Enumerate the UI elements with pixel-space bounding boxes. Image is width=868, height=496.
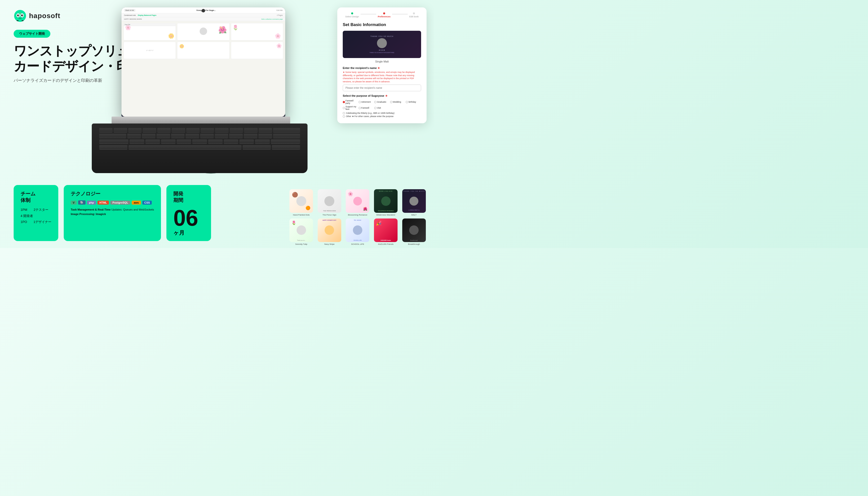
purpose-label-retirement: retirement xyxy=(361,101,371,103)
svg-point-0 xyxy=(14,10,26,22)
purpose-label-visit: Visit xyxy=(377,107,381,109)
gallery-card-name-1: Hand Painted Dots xyxy=(293,214,310,216)
screen-page-inner-3: 🌷 🌸 xyxy=(231,23,283,40)
team-card-title: チーム体制 xyxy=(20,190,51,203)
flower-deco-3: 🌺 xyxy=(218,26,227,34)
gallery-item-school[interactable]: TO ##### SCHOOL LIFE SCHOOL LIFE xyxy=(344,218,371,246)
key xyxy=(186,128,200,133)
purpose-birthday[interactable]: birthday xyxy=(406,99,421,104)
card-text-school2: SCHOOL LIFE xyxy=(346,239,369,241)
key xyxy=(273,134,300,138)
gallery-grid: 🟤 🟠 Hand Painted Dots THE PERUN SIGN The… xyxy=(288,189,427,246)
card-deco-dots2: 🟠 xyxy=(306,206,310,210)
tech-note-strong-2: Image Processing: Imagick xyxy=(71,213,106,216)
gallery-item-breakthrough[interactable]: Breakthrough Breakthrough xyxy=(401,218,427,246)
category-badge: ウェブサイト開発 xyxy=(14,30,50,38)
purpose-elderly[interactable]: Celebrating the Elderly (e.g., 88th or 1… xyxy=(343,112,421,114)
preview-avatar xyxy=(377,38,387,48)
gallery-item-navy[interactable]: HAPPY FATHER'S DAY! Navy Stripe xyxy=(316,218,343,246)
step-label-3: Edit book xyxy=(409,15,419,18)
screen-back-btn[interactable]: Back to list xyxy=(124,9,135,12)
screen-subtitle-bar: HAPPY WEDDING MARIN Add a collective com… xyxy=(122,17,285,21)
card-deco-blossom: 🌸 xyxy=(348,191,353,197)
purpose-label-support: Support my fave xyxy=(345,105,358,110)
key xyxy=(171,134,185,138)
key xyxy=(176,139,191,144)
gallery-area: 🟤 🟠 Hand Painted Dots THE PERUN SIGN The… xyxy=(288,189,427,246)
laptop-base xyxy=(112,117,290,124)
radio-dot-wedding xyxy=(390,101,392,103)
keyboard-keys xyxy=(92,124,308,154)
screen-page-text-4: メッセージ xyxy=(146,49,154,51)
purpose-radio-grid: Farewell party retirement Graduatio Wedd… xyxy=(343,99,421,110)
card-text-school1: TO ##### xyxy=(346,219,369,221)
period-card: 開発期間 06 ヶ月 xyxy=(166,185,211,241)
screen-avatar xyxy=(200,28,207,35)
card-avatar-5 xyxy=(409,197,418,206)
gallery-item-malt[interactable]: THANK YOU SO MUCH ★ SINGLE MALT ★ MALT xyxy=(401,189,427,216)
purpose-farewell2[interactable]: Farewell xyxy=(359,105,374,110)
card-avatar-1 xyxy=(296,196,306,206)
purpose-farewell-party[interactable]: Farewell party xyxy=(343,99,358,104)
flower-deco-6: 🌼 xyxy=(179,44,184,49)
html-badge: HTML xyxy=(97,201,109,205)
gallery-item-hand-dots[interactable]: 🟤 🟠 Hand Painted Dots xyxy=(288,189,314,216)
purpose-other[interactable]: Other ★ For other cases, please enter th… xyxy=(343,115,421,118)
key xyxy=(145,139,160,144)
key xyxy=(161,139,175,144)
card-text-wild2: WILDERNESS WANDERER xyxy=(374,210,398,212)
laptop-screen-inner: Back to list Yosegaki For Sugo... Edit t… xyxy=(122,7,285,117)
purpose-retirement[interactable]: retirement xyxy=(359,99,374,104)
recipient-name-input[interactable] xyxy=(343,84,421,91)
key xyxy=(244,134,258,138)
gallery-card-name-2: The Perun Sign xyxy=(323,214,337,216)
card-text-serenity: Thank you so... xyxy=(290,239,313,241)
screen-page-inner-4: メッセージ xyxy=(124,42,175,59)
gallery-card-hand-dots: 🟤 🟠 xyxy=(290,189,313,213)
tech-card: テクノロジー V 🐘 php HTML PostgreSQL aws CSS T… xyxy=(64,185,161,241)
card-avatar-2 xyxy=(324,196,334,206)
tech-icons: V 🐘 php HTML PostgreSQL aws CSS xyxy=(71,200,154,205)
key xyxy=(156,134,170,138)
key xyxy=(99,134,126,138)
purpose-support[interactable]: Support my fave xyxy=(343,105,358,110)
key xyxy=(215,128,228,133)
step-dot-1 xyxy=(351,12,353,14)
screen-page-title-1: Page Title xyxy=(124,23,175,26)
info-cards-row: チーム体制 1PM 2テスター 4 開発者 1PO 1デザイナー テクノロジー … xyxy=(14,185,211,241)
key xyxy=(99,128,113,133)
card-deco-kazujin: 🎉 xyxy=(376,220,382,226)
gallery-item-perun[interactable]: THE PERUN SIGN The Perun Sign xyxy=(316,189,343,216)
gallery-item-serenity[interactable]: 🌷 Thank you so... Serenity Tulip xyxy=(288,218,314,246)
gallery-item-wilderness[interactable]: WORK LIVE GIVE WILDERNESS WANDERER Wilde… xyxy=(373,189,399,216)
key xyxy=(192,139,207,144)
key xyxy=(273,128,300,133)
screen-pages-label[interactable]: Display Balanced Pages xyxy=(138,14,156,16)
vue-badge: V xyxy=(71,201,76,205)
gallery-card-breakthrough: Breakthrough xyxy=(402,218,426,242)
purpose-wedding[interactable]: Wedding xyxy=(390,99,405,104)
preview-text-bottom: ★ ★ ★ ★ xyxy=(379,49,385,51)
panel-purpose-label: Select the purpose of Sugoyose ★ xyxy=(343,94,421,97)
flower-deco-2: 🌼 xyxy=(168,33,174,39)
panel-steps: Select Design Preferences Edit book xyxy=(343,12,421,18)
gallery-item-blossom[interactable]: 🌸 🌺 Blossoming Romance xyxy=(344,189,371,216)
purpose-visit[interactable]: Visit xyxy=(374,105,390,110)
css-badge: CSS xyxy=(142,201,152,205)
psql-badge: 🐘 xyxy=(78,200,86,205)
screen-add-comment[interactable]: Add a collective comments page xyxy=(261,18,283,20)
key xyxy=(259,134,272,138)
purpose-label-graduation: Graduatio xyxy=(377,101,386,103)
card-text-perun: THE PERUN SIGN xyxy=(318,210,341,212)
purpose-graduation[interactable]: Graduatio xyxy=(374,99,390,104)
screen-pages-grid: Page Title 🌸 🌼 🌺 🌷 🌸 xyxy=(122,21,285,61)
screen-page-inner-2: 🌺 xyxy=(177,23,229,40)
screen-edit-btn[interactable]: Edit title xyxy=(277,10,283,11)
gallery-card-name-8: SCHOOL LIFE xyxy=(351,243,364,246)
radio-dot-farewell2 xyxy=(359,107,361,109)
flower-deco-7: 🌸 xyxy=(276,43,282,49)
tech-note-span-1: Updates: Queues and WebSockets xyxy=(111,208,154,211)
laptop-screen: Back to list Yosegaki For Sugo... Edit t… xyxy=(122,7,285,117)
gallery-item-kazujin[interactable]: 🎉 KAZUJIN Friends KAZUJIN Friends xyxy=(373,218,399,246)
radio-dot-birthday xyxy=(406,101,408,103)
